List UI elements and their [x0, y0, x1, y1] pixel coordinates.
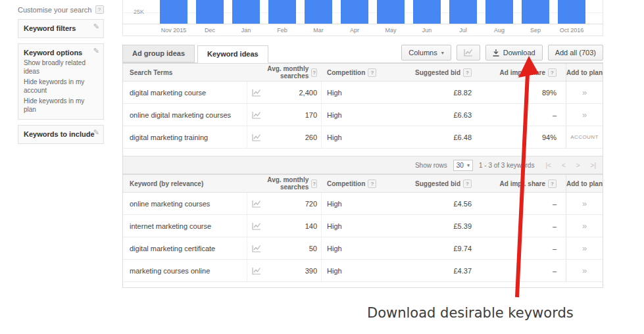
trend-chart-icon[interactable] — [247, 215, 265, 237]
show-rows-value: 30 — [457, 162, 464, 169]
y-axis-tick-label: 25K — [134, 9, 144, 15]
results-tabbar: Ad group ideas Keyword ideas Columns ▾ D… — [122, 43, 603, 63]
suggested-bid-cell: £4.37 — [406, 267, 472, 275]
ad-impr-share-cell: 94% — [472, 133, 566, 141]
sidebar-title-label: Customise your search — [18, 6, 92, 14]
table-row: online digital marketing courses 170 Hig… — [123, 104, 603, 126]
competition-cell: High — [322, 200, 406, 208]
keyword-cell: digital marketing course — [123, 89, 247, 97]
avg-searches-cell: 50 — [265, 237, 322, 259]
x-axis-tick-label: Nov 2015 — [155, 27, 192, 34]
add-to-plan-button[interactable]: » — [566, 82, 603, 103]
competition-cell: High — [322, 267, 406, 275]
tab-ad-group-ideas[interactable]: Ad group ideas — [122, 45, 195, 62]
help-icon[interactable]: ? — [311, 179, 317, 188]
help-icon[interactable]: ? — [463, 68, 472, 77]
help-icon[interactable]: ? — [548, 68, 557, 77]
add-all-button[interactable]: Add all (703) — [548, 45, 603, 60]
header-label: Suggested bid — [415, 69, 460, 76]
chart-bar — [232, 0, 260, 24]
trend-chart-icon[interactable] — [247, 260, 265, 281]
header-label: Ad impr. share — [500, 180, 545, 187]
keyword-option-item: Hide keywords in my plan — [24, 97, 98, 114]
table-body: digital marketing course 2,400 High £8.8… — [123, 82, 603, 149]
add-to-plan-button[interactable]: » — [566, 193, 603, 214]
download-button[interactable]: Download — [485, 45, 543, 60]
x-axis-tick-label: Dec — [191, 27, 228, 34]
help-icon[interactable]: ? — [463, 179, 472, 188]
table-body: online marketing courses 720 High £4.56 … — [123, 193, 603, 282]
spacer — [123, 282, 603, 287]
suggested-bid-cell: £5.39 — [406, 222, 472, 230]
add-to-plan-button[interactable]: » — [566, 104, 603, 126]
edit-pencil-icon[interactable]: ✎ — [93, 128, 99, 137]
table-row: digital marketing course 2,400 High £8.8… — [123, 82, 603, 104]
add-to-plan-button[interactable]: ACCOUNT — [566, 126, 603, 148]
help-icon[interactable]: ? — [95, 5, 104, 14]
tab-keyword-ideas[interactable]: Keyword ideas — [197, 45, 268, 63]
chevron-down-icon: ▾ — [467, 162, 470, 168]
keyword-ideas-table: Keyword (by relevance) Avg. monthly sear… — [122, 174, 603, 288]
add-all-label: Add all (703) — [555, 49, 596, 57]
columns-button[interactable]: Columns ▾ — [401, 45, 451, 60]
keyword-cell: marketing courses online — [123, 267, 247, 275]
trend-chart-icon[interactable] — [247, 104, 265, 126]
chart-bar — [305, 0, 332, 24]
help-icon[interactable]: ? — [311, 68, 317, 77]
keyword-filters-panel[interactable]: Keyword filters ✎ — [18, 19, 104, 38]
pagination-range: 1 - 3 of 3 keywords — [479, 162, 534, 169]
first-page-icon[interactable]: |< — [545, 162, 551, 169]
chart-bar — [160, 0, 187, 24]
ad-impr-share-cell: – — [472, 222, 566, 230]
edit-pencil-icon[interactable]: ✎ — [93, 47, 99, 55]
table-row: digital marketing certificate 50 High £9… — [123, 237, 603, 260]
suggested-bid-cell: £6.48 — [406, 133, 472, 141]
trend-chart-icon — [464, 49, 473, 57]
trend-chart-icon[interactable] — [247, 237, 265, 259]
header-label: Competition — [327, 69, 365, 76]
keyword-cell: online marketing courses — [123, 200, 247, 208]
edit-pencil-icon[interactable]: ✎ — [93, 22, 99, 31]
competition-cell: High — [322, 222, 406, 230]
last-page-icon[interactable]: >| — [591, 162, 596, 169]
ad-impr-share-cell: – — [472, 111, 566, 119]
ad-impr-share-cell: 89% — [472, 89, 566, 97]
sidebar-title: Customise your search ? — [18, 5, 104, 14]
help-icon[interactable]: ? — [548, 179, 557, 188]
avg-searches-cell: 720 — [265, 193, 322, 214]
trend-chart-icon[interactable] — [247, 193, 265, 214]
header-add-to-plan: Add to plan — [566, 64, 603, 81]
help-icon[interactable]: ? — [368, 179, 376, 188]
chart-view-button[interactable] — [457, 45, 480, 60]
header-ad-impr-share: Ad impr. share ? — [472, 179, 566, 188]
header-label: Competition — [327, 180, 365, 187]
help-icon[interactable]: ? — [368, 68, 376, 77]
keyword-options-panel[interactable]: Keyword options ✎ Show broadly related i… — [18, 43, 104, 120]
avg-searches-cell: 260 — [265, 126, 322, 148]
header-label: Suggested bid — [415, 180, 460, 187]
keywords-to-include-panel[interactable]: Keywords to include ✎ — [18, 125, 104, 144]
keyword-cell: internet marketing course — [123, 222, 247, 230]
chart-bar — [196, 0, 224, 24]
chart-bar — [268, 0, 296, 24]
show-rows-select[interactable]: 30 ▾ — [453, 160, 473, 171]
suggested-bid-cell: £9.74 — [406, 245, 472, 252]
chart-bar — [485, 0, 513, 24]
keyword-cell: digital marketing training — [123, 133, 247, 141]
panel-title: Keywords to include — [24, 130, 98, 138]
chart-bar — [341, 0, 368, 24]
next-page-icon[interactable]: > — [576, 162, 580, 169]
table-row: online marketing courses 720 High £4.56 … — [123, 193, 603, 215]
add-to-plan-button[interactable]: » — [566, 260, 603, 281]
trend-chart-icon[interactable] — [247, 126, 265, 148]
competition-cell: High — [322, 89, 406, 97]
add-to-plan-button[interactable]: » — [566, 237, 603, 259]
annotation-caption: Download desirable keywords — [367, 305, 574, 321]
keyword-planner-page: Customise your search ? Keyword filters … — [0, 0, 644, 334]
trend-chart-icon[interactable] — [247, 82, 265, 103]
prev-page-icon[interactable]: < — [562, 162, 566, 169]
customise-search-sidebar: Customise your search ? Keyword filters … — [18, 5, 104, 149]
header-competition: Competition ? — [322, 68, 406, 77]
add-to-plan-button[interactable]: » — [566, 215, 603, 237]
keyword-cell: online digital marketing courses — [123, 111, 247, 119]
